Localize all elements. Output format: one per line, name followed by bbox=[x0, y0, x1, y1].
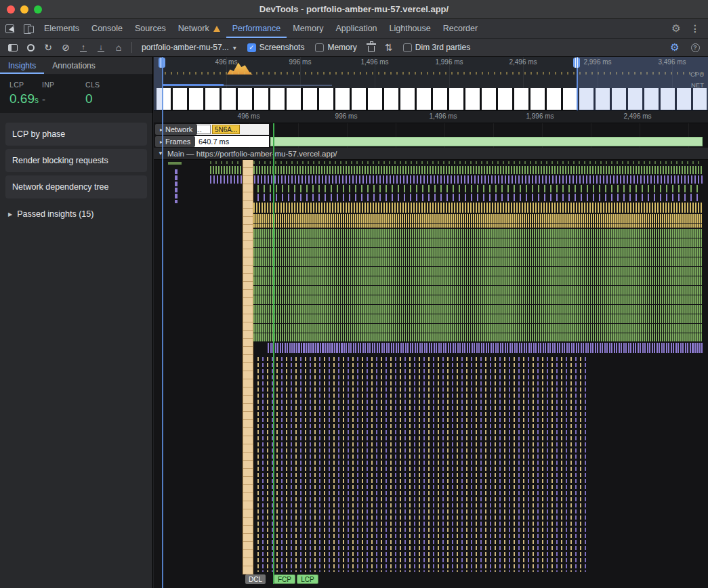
flame-event-stack bbox=[175, 169, 178, 203]
settings-button[interactable]: ⚙ bbox=[667, 20, 685, 37]
tab-elements[interactable]: Elements bbox=[38, 19, 85, 38]
checkbox-unchecked-icon bbox=[403, 43, 412, 52]
memory-label: Memory bbox=[327, 43, 356, 52]
minimap-tick: 2,996 ms bbox=[583, 58, 611, 66]
main-track-header[interactable]: ▼ Main — https://portfolio-amber-mu-57.v… bbox=[154, 148, 708, 160]
frame-duration-cell[interactable]: 640.7 ms bbox=[192, 136, 269, 147]
zoom-button[interactable] bbox=[34, 5, 42, 14]
flame-event bbox=[168, 162, 182, 165]
screenshots-checkbox[interactable]: ✓ Screenshots bbox=[247, 43, 305, 52]
passed-insights-label: Passed insights (15) bbox=[17, 209, 93, 219]
save-profile-button[interactable]: ↓ bbox=[92, 39, 110, 56]
insight-label: Render blocking requests bbox=[12, 156, 108, 165]
history-select[interactable]: portfolio-amber-mu-57... ▾ bbox=[136, 43, 242, 52]
load-profile-button[interactable]: ↑ bbox=[75, 39, 92, 56]
flame-band-deep-stacks bbox=[257, 355, 587, 572]
flame-band-js-frames bbox=[253, 229, 703, 341]
minimap-tick: 3,496 ms bbox=[658, 58, 686, 66]
ruler-tick: 496 ms bbox=[238, 112, 260, 120]
inp-value: - bbox=[42, 93, 85, 105]
window-left-edge-line bbox=[162, 57, 163, 588]
insight-lcp-by-phase[interactable]: LCP by phase bbox=[5, 123, 147, 146]
tab-label: Insights bbox=[8, 61, 36, 70]
long-frame-bar[interactable] bbox=[270, 137, 703, 146]
window-controls bbox=[7, 5, 42, 14]
trash-icon bbox=[368, 46, 375, 52]
core-web-vitals-panel: LCP INP CLS 0.69s - 0 bbox=[0, 75, 152, 113]
dim-3rd-parties-checkbox[interactable]: Dim 3rd parties bbox=[403, 43, 470, 52]
tab-label: Recorder bbox=[443, 24, 478, 33]
flame-band-green-sparse bbox=[245, 185, 703, 192]
main-flame-chart[interactable]: DCL FCP LCP bbox=[154, 160, 708, 588]
tab-recorder[interactable]: Recorder bbox=[437, 19, 484, 38]
tab-network[interactable]: Network bbox=[172, 19, 226, 38]
tab-application[interactable]: Application bbox=[329, 19, 383, 38]
clear-button[interactable]: ⊘ bbox=[57, 39, 75, 56]
toggle-sidebar-button[interactable] bbox=[4, 39, 22, 56]
tab-label: Lighthouse bbox=[390, 24, 431, 33]
close-button[interactable] bbox=[7, 5, 15, 14]
performance-toolbar: ↻ ⊘ ↑ ↓ ⌂ portfolio-amber-mu-57... ▾ ✓ S… bbox=[0, 39, 708, 57]
device-toolbar-button[interactable] bbox=[19, 19, 38, 38]
checkbox-unchecked-icon bbox=[315, 43, 324, 52]
live-metrics-button[interactable]: ⌂ bbox=[110, 39, 127, 56]
insight-network-dependency-tree[interactable]: Network dependency tree bbox=[5, 175, 147, 198]
ruler-tick: 1,996 ms bbox=[526, 112, 554, 120]
memory-checkbox[interactable]: Memory bbox=[315, 43, 356, 52]
gear-icon: ⚙ bbox=[671, 22, 680, 35]
tab-annotations[interactable]: Annotations bbox=[44, 57, 103, 74]
chevron-down-icon: ▾ bbox=[233, 44, 236, 51]
record-and-reload-button[interactable]: ↻ bbox=[39, 39, 57, 56]
dcl-marker[interactable]: DCL bbox=[245, 574, 266, 584]
network-track: ▸ Network x-... 5N6A... bbox=[154, 123, 708, 135]
flame-band-green bbox=[210, 166, 703, 174]
performance-timeline: 496 ms 996 ms 1,496 ms 1,996 ms 2,496 ms… bbox=[154, 57, 708, 588]
window-right-handle[interactable] bbox=[573, 58, 580, 68]
insight-render-blocking[interactable]: Render blocking requests bbox=[5, 149, 147, 172]
ruler-tick: 996 ms bbox=[335, 112, 358, 120]
minimap-tick: 1,996 ms bbox=[435, 58, 463, 66]
fcp-marker[interactable]: FCP bbox=[274, 574, 295, 584]
clear-icon: ⊘ bbox=[62, 42, 70, 53]
inspect-icon bbox=[5, 24, 14, 33]
tab-label: Annotations bbox=[52, 61, 95, 70]
lcp-marker[interactable]: LCP bbox=[297, 574, 318, 584]
tab-label: Sources bbox=[135, 24, 166, 33]
tab-console[interactable]: Console bbox=[85, 19, 129, 38]
inp-header: INP bbox=[42, 81, 85, 89]
timeline-minimap[interactable]: 496 ms 996 ms 1,496 ms 1,996 ms 2,496 ms… bbox=[154, 57, 708, 111]
device-toolbar-icon bbox=[24, 24, 34, 33]
sidebar-panel-icon bbox=[8, 44, 18, 51]
kebab-icon: ⋮ bbox=[690, 23, 700, 34]
tab-label: Elements bbox=[44, 24, 79, 33]
network-request-chip[interactable]: 5N6A... bbox=[212, 125, 240, 134]
minimize-button[interactable] bbox=[20, 5, 28, 14]
tab-insights[interactable]: Insights bbox=[0, 57, 44, 74]
tab-sources[interactable]: Sources bbox=[129, 19, 172, 38]
help-button[interactable]: ? bbox=[686, 39, 704, 56]
tab-label: Application bbox=[335, 24, 377, 33]
timeline-ruler: 496 ms 996 ms 1,496 ms 1,996 ms 2,496 ms bbox=[154, 111, 708, 123]
inspect-element-button[interactable] bbox=[0, 19, 19, 38]
ruler-tick: 1,496 ms bbox=[429, 112, 457, 120]
flame-band-scripting-dense bbox=[253, 214, 703, 228]
insight-label: LCP by phase bbox=[12, 129, 65, 139]
tab-performance[interactable]: Performance bbox=[226, 19, 287, 38]
record-icon bbox=[27, 44, 35, 51]
passed-insights-toggle[interactable]: ▶ Passed insights (15) bbox=[8, 209, 147, 219]
window-title: DevTools - portfolio-amber-mu-57.vercel.… bbox=[259, 4, 449, 14]
main-track-label: Main — https://portfolio-amber-mu-57.ver… bbox=[167, 150, 337, 158]
capture-settings-button[interactable]: ⚙ bbox=[666, 39, 684, 56]
sort-flame-button[interactable]: ⇅ bbox=[380, 39, 398, 56]
more-options-button[interactable]: ⋮ bbox=[686, 20, 704, 37]
collect-garbage-button[interactable] bbox=[362, 39, 380, 56]
help-icon: ? bbox=[691, 43, 700, 52]
flame-band-scripting bbox=[245, 203, 703, 213]
sidebar-tabs: Insights Annotations bbox=[0, 57, 152, 75]
network-overview-bar bbox=[224, 85, 332, 86]
tab-memory[interactable]: Memory bbox=[287, 19, 329, 38]
tab-lighthouse[interactable]: Lighthouse bbox=[383, 19, 437, 38]
tabbar-right: ⚙ ⋮ bbox=[667, 19, 708, 38]
record-button[interactable] bbox=[22, 39, 39, 56]
frames-track-header[interactable]: ▸ Frames bbox=[155, 136, 195, 147]
